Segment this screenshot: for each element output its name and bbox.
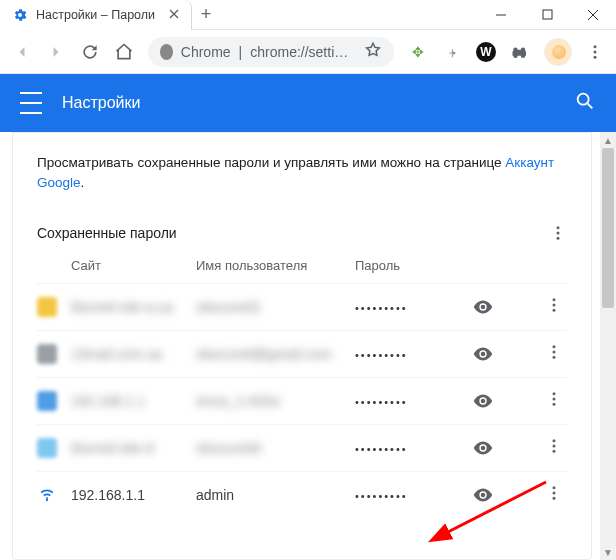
svg-point-11: [553, 345, 556, 348]
password-masked: •••••••••: [355, 443, 408, 455]
column-header-site: Сайт: [37, 248, 196, 284]
bookmark-star-icon[interactable]: [364, 41, 382, 62]
section-menu-button[interactable]: [549, 224, 567, 242]
home-button[interactable]: [114, 42, 134, 62]
svg-point-18: [553, 445, 556, 448]
toolbar: Chrome | chrome://settings/p… ✥ ⍆ W: [0, 30, 616, 74]
password-masked: •••••••••: [355, 490, 408, 502]
svg-point-5: [557, 226, 560, 229]
window-maximize-button[interactable]: [524, 0, 570, 30]
scroll-up-icon[interactable]: ▲: [600, 132, 616, 148]
svg-point-14: [553, 392, 556, 395]
site-name: blurred-site-a.ua: [71, 299, 173, 315]
browser-menu-button[interactable]: [586, 43, 604, 61]
show-password-button[interactable]: [472, 437, 514, 459]
svg-point-23: [553, 497, 556, 500]
svg-point-17: [553, 439, 556, 442]
svg-point-12: [553, 351, 556, 354]
back-button[interactable]: [12, 42, 32, 62]
tab-title: Настройки – Пароли: [36, 8, 155, 22]
svg-point-20: [46, 498, 48, 500]
svg-point-1: [594, 45, 597, 48]
svg-point-6: [557, 231, 560, 234]
table-row: 192.168.1.1Anca_2.4Ghz•••••••••: [37, 377, 567, 424]
column-header-username: Имя пользователя: [196, 248, 355, 284]
content-viewport: Просматривать сохраненные пароли и управ…: [0, 132, 616, 560]
show-password-button[interactable]: [472, 343, 514, 365]
show-password-button[interactable]: [472, 390, 514, 412]
profile-avatar[interactable]: [544, 38, 572, 66]
new-tab-button[interactable]: +: [192, 4, 220, 25]
site-name: blurred-site-d: [71, 440, 153, 456]
table-row: blurred-site-a.uaobscured1•••••••••: [37, 283, 567, 330]
search-icon[interactable]: [574, 90, 596, 116]
close-icon[interactable]: [169, 8, 179, 22]
url-text: chrome://settings/p…: [250, 44, 356, 60]
column-header-password: Пароль: [355, 248, 472, 284]
site-name: 13mail.com.ua: [71, 346, 162, 362]
site-favicon: [37, 344, 57, 364]
svg-point-13: [553, 356, 556, 359]
extension-icon[interactable]: W: [476, 42, 496, 62]
row-menu-button[interactable]: [545, 301, 563, 317]
reload-button[interactable]: [80, 42, 100, 62]
site-favicon: [37, 297, 57, 317]
svg-point-3: [594, 55, 597, 58]
svg-point-15: [553, 398, 556, 401]
site-name: 192.168.1.1: [71, 487, 145, 503]
scrollbar[interactable]: ▲ ▼: [600, 132, 616, 560]
forward-button[interactable]: [46, 42, 66, 62]
svg-rect-0: [543, 10, 552, 19]
table-row: 13mail.com.uaobscured@gmail.com•••••••••: [37, 330, 567, 377]
svg-point-8: [553, 298, 556, 301]
password-masked: •••••••••: [355, 396, 408, 408]
extensions-menu-icon[interactable]: [510, 42, 530, 62]
username-value: obscured4: [196, 440, 261, 456]
url-scheme: Chrome: [181, 44, 231, 60]
site-favicon: [37, 391, 57, 411]
window-titlebar: Настройки – Пароли +: [0, 0, 616, 30]
extension-icon[interactable]: ⍆: [442, 42, 462, 62]
scrollbar-thumb[interactable]: [602, 148, 614, 308]
settings-appbar: Настройки: [0, 74, 616, 132]
username-value: obscured@gmail.com: [196, 346, 332, 362]
scroll-down-icon[interactable]: ▼: [600, 544, 616, 560]
extension-icon[interactable]: ✥: [408, 42, 428, 62]
password-masked: •••••••••: [355, 302, 408, 314]
row-menu-button[interactable]: [545, 442, 563, 458]
show-password-button[interactable]: [472, 484, 514, 506]
username-value: admin: [196, 487, 234, 503]
window-minimize-button[interactable]: [478, 0, 524, 30]
section-title: Сохраненные пароли: [37, 225, 177, 241]
browser-tab[interactable]: Настройки – Пароли: [0, 0, 192, 30]
passwords-table: Сайт Имя пользователя Пароль blurred-sit…: [37, 248, 567, 518]
site-name: 192.168.1.1: [71, 393, 145, 409]
show-password-button[interactable]: [472, 296, 514, 318]
svg-point-19: [553, 450, 556, 453]
extensions-area: ✥ ⍆ W: [408, 38, 604, 66]
svg-point-22: [553, 492, 556, 495]
address-bar[interactable]: Chrome | chrome://settings/p…: [148, 37, 394, 67]
gear-icon: [12, 7, 28, 23]
passwords-card: Просматривать сохраненные пароли и управ…: [12, 132, 592, 560]
svg-point-16: [553, 403, 556, 406]
hamburger-icon[interactable]: [20, 92, 42, 114]
description: Просматривать сохраненные пароли и управ…: [37, 153, 567, 194]
table-row: 192.168.1.1admin•••••••••: [37, 471, 567, 518]
username-value: Anca_2.4Ghz: [196, 393, 281, 409]
table-row: blurred-site-dobscured4•••••••••: [37, 424, 567, 471]
row-menu-button[interactable]: [545, 348, 563, 364]
svg-point-9: [553, 304, 556, 307]
row-menu-button[interactable]: [545, 489, 563, 505]
row-menu-button[interactable]: [545, 395, 563, 411]
username-value: obscured1: [196, 299, 261, 315]
svg-point-21: [553, 486, 556, 489]
svg-point-10: [553, 309, 556, 312]
chrome-icon: [160, 44, 173, 60]
svg-point-2: [594, 50, 597, 53]
appbar-title: Настройки: [62, 94, 140, 112]
svg-point-4: [578, 94, 589, 105]
site-favicon: [37, 438, 57, 458]
window-close-button[interactable]: [570, 0, 616, 30]
password-masked: •••••••••: [355, 349, 408, 361]
